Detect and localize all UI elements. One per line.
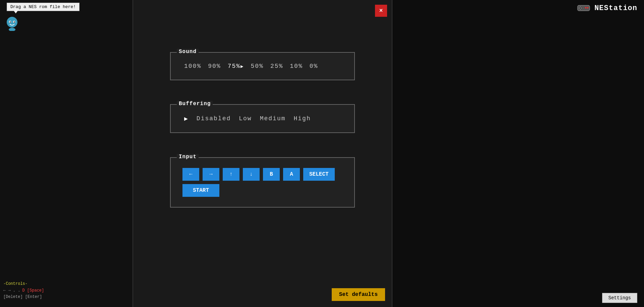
controls-title: -Controls- (3, 281, 44, 287)
avatar (5, 16, 19, 31)
sound-0[interactable]: 0% (310, 63, 318, 70)
sections-wrapper: Sound 100% 90% 75%▶ 50% 25% 10% 0% Buffe… (133, 0, 392, 307)
svg-rect-10 (579, 7, 580, 9)
svg-point-12 (585, 7, 587, 9)
input-start-button[interactable]: START (182, 184, 219, 197)
left-sidebar: Drag a NES rom file here! -Controls- ← →… (0, 0, 132, 307)
buffering-options: ▶Disabled Low Medium High (177, 112, 347, 126)
input-select-button[interactable]: SELECT (303, 168, 335, 181)
sound-90[interactable]: 90% (208, 63, 221, 70)
svg-rect-15 (583, 8, 584, 8)
set-defaults-button[interactable]: Set defaults (332, 288, 385, 301)
buffer-low[interactable]: Low (239, 115, 252, 122)
sound-label: Sound (177, 49, 199, 55)
input-right-button[interactable]: → (203, 168, 219, 181)
input-a-button[interactable]: A (283, 168, 300, 181)
sound-100[interactable]: 100% (184, 63, 201, 70)
sound-25[interactable]: 25% (270, 63, 283, 70)
input-b-button[interactable]: B (263, 168, 280, 181)
buffering-panel: Buffering ▶Disabled Low Medium High (170, 104, 355, 133)
sound-75[interactable]: 75%▶ (228, 63, 244, 70)
settings-button[interactable]: Settings (602, 293, 637, 303)
input-left-button[interactable]: ← (182, 168, 199, 181)
buffering-section: Buffering ▶Disabled Low Medium High (152, 104, 373, 133)
svg-rect-3 (10, 21, 11, 23)
svg-point-5 (9, 28, 15, 31)
svg-rect-11 (581, 7, 582, 9)
input-up-button[interactable]: ↑ (223, 168, 239, 181)
nestation-icon (577, 3, 590, 13)
sound-panel: Sound 100% 90% 75%▶ 50% 25% 10% 0% (170, 52, 355, 80)
drag-hint-text: Drag a NES rom file here! (10, 4, 76, 9)
input-buttons: ← → ↑ ↓ B A SELECT START (177, 165, 347, 200)
sound-options: 100% 90% 75%▶ 50% 25% 10% 0% (177, 59, 347, 73)
buffer-medium[interactable]: Medium (260, 115, 286, 122)
buffer-pointer: ▶ (184, 115, 189, 122)
input-down-button[interactable]: ↓ (243, 168, 260, 181)
svg-point-0 (7, 17, 17, 28)
controls-panel: -Controls- ← → . . D [Space] [Delete] [E… (3, 281, 44, 300)
input-label: Input (177, 154, 199, 160)
sound-50[interactable]: 50% (251, 63, 263, 70)
input-panel: Input ← → ↑ ↓ B A SELECT START (170, 157, 355, 208)
controls-line1: ← → . . D [Space] (3, 288, 44, 294)
buffer-high[interactable]: High (293, 115, 311, 122)
svg-rect-8 (580, 7, 581, 7)
svg-point-13 (587, 7, 589, 9)
main-panel: × Sound 100% 90% 75%▶ 50% 25% 10% 0% Buf… (132, 0, 392, 307)
input-section: Input ← → ↑ ↓ B A SELECT START (152, 157, 373, 208)
buffering-label: Buffering (177, 101, 213, 107)
top-bar: NEStation (570, 0, 644, 16)
controls-line2: [Delete] [Enter] (3, 294, 44, 300)
right-panel: NEStation Settings (392, 0, 644, 307)
svg-rect-9 (580, 9, 581, 9)
buffer-disabled[interactable]: Disabled (197, 115, 231, 122)
drag-tooltip: Drag a NES rom file here! (7, 3, 79, 11)
app-title: NEStation (594, 4, 637, 12)
sound-10[interactable]: 10% (290, 63, 303, 70)
sound-section: Sound 100% 90% 75%▶ 50% 25% 10% 0% (152, 52, 373, 80)
svg-rect-4 (14, 21, 15, 23)
